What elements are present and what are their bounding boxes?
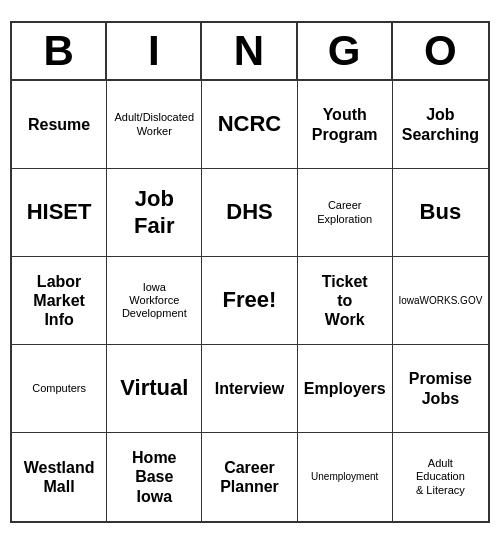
- bingo-card: BINGO ResumeAdult/Dislocated WorkerNCRCY…: [10, 21, 490, 523]
- cell-text: Home Base Iowa: [132, 448, 176, 506]
- bingo-letter-o: O: [393, 23, 488, 79]
- cell-text: Adult Education & Literacy: [416, 457, 465, 497]
- cell-text: Computers: [32, 382, 86, 395]
- bingo-cell-6: Job Fair: [107, 169, 202, 257]
- cell-text: Job Fair: [134, 186, 174, 239]
- bingo-cell-7: DHS: [202, 169, 297, 257]
- cell-text: Ticket to Work: [322, 272, 368, 330]
- bingo-cell-18: Employers: [298, 345, 393, 433]
- bingo-cell-10: Labor Market Info: [12, 257, 107, 345]
- bingo-cell-16: Virtual: [107, 345, 202, 433]
- bingo-cell-12: Free!: [202, 257, 297, 345]
- bingo-letter-i: I: [107, 23, 202, 79]
- cell-text: Resume: [28, 115, 90, 134]
- cell-text: Labor Market Info: [33, 272, 85, 330]
- cell-text: IowaWORKS.GOV: [398, 295, 482, 307]
- bingo-cell-2: NCRC: [202, 81, 297, 169]
- bingo-cell-8: Career Exploration: [298, 169, 393, 257]
- bingo-cell-4: Job Searching: [393, 81, 488, 169]
- cell-text: Youth Program: [312, 105, 378, 143]
- bingo-grid: ResumeAdult/Dislocated WorkerNCRCYouth P…: [12, 81, 488, 521]
- bingo-header: BINGO: [12, 23, 488, 81]
- bingo-cell-21: Home Base Iowa: [107, 433, 202, 521]
- bingo-cell-24: Adult Education & Literacy: [393, 433, 488, 521]
- cell-text: Bus: [420, 199, 462, 225]
- cell-text: Unemployment: [311, 471, 378, 483]
- bingo-cell-22: Career Planner: [202, 433, 297, 521]
- cell-text: NCRC: [218, 111, 282, 137]
- cell-text: Westland Mall: [24, 458, 95, 496]
- bingo-letter-g: G: [298, 23, 393, 79]
- cell-text: Job Searching: [402, 105, 479, 143]
- cell-text: Career Planner: [220, 458, 279, 496]
- bingo-cell-15: Computers: [12, 345, 107, 433]
- bingo-cell-14: IowaWORKS.GOV: [393, 257, 488, 345]
- bingo-cell-23: Unemployment: [298, 433, 393, 521]
- bingo-cell-13: Ticket to Work: [298, 257, 393, 345]
- bingo-cell-5: HISET: [12, 169, 107, 257]
- cell-text: Iowa Workforce Development: [122, 281, 187, 321]
- bingo-cell-0: Resume: [12, 81, 107, 169]
- bingo-cell-9: Bus: [393, 169, 488, 257]
- bingo-cell-1: Adult/Dislocated Worker: [107, 81, 202, 169]
- cell-text: Promise Jobs: [409, 369, 472, 407]
- bingo-cell-19: Promise Jobs: [393, 345, 488, 433]
- cell-text: Free!: [223, 287, 277, 313]
- bingo-cell-17: Interview: [202, 345, 297, 433]
- bingo-cell-11: Iowa Workforce Development: [107, 257, 202, 345]
- bingo-letter-n: N: [202, 23, 297, 79]
- cell-text: Employers: [304, 379, 386, 398]
- bingo-cell-20: Westland Mall: [12, 433, 107, 521]
- bingo-cell-3: Youth Program: [298, 81, 393, 169]
- cell-text: Adult/Dislocated Worker: [115, 111, 195, 137]
- bingo-letter-b: B: [12, 23, 107, 79]
- cell-text: Career Exploration: [317, 199, 372, 225]
- cell-text: Virtual: [120, 375, 188, 401]
- cell-text: Interview: [215, 379, 284, 398]
- cell-text: HISET: [27, 199, 92, 225]
- cell-text: DHS: [226, 199, 272, 225]
